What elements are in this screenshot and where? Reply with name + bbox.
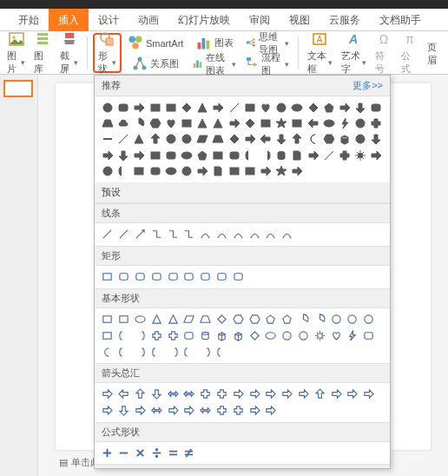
shape-item[interactable] (230, 227, 246, 242)
shape-item[interactable] (247, 387, 262, 402)
shape-item[interactable] (230, 403, 246, 419)
shape-item[interactable] (242, 148, 258, 163)
shape-item[interactable] (328, 312, 344, 327)
shape-item[interactable] (116, 387, 132, 402)
shape-item[interactable] (214, 327, 230, 343)
shape-item[interactable] (116, 344, 132, 360)
shape-item[interactable] (165, 269, 181, 285)
shape-item[interactable] (181, 446, 197, 461)
shape-item[interactable] (165, 344, 181, 360)
shape-item[interactable] (194, 148, 210, 163)
shape-item[interactable] (289, 131, 305, 147)
shape-item[interactable] (131, 116, 147, 131)
shape-item[interactable] (368, 100, 384, 116)
shape-item[interactable] (361, 327, 377, 343)
shape-item[interactable] (263, 327, 279, 343)
shape-item[interactable] (368, 131, 384, 147)
shape-item[interactable] (148, 163, 163, 179)
shape-item[interactable] (214, 269, 230, 285)
shape-item[interactable] (214, 227, 230, 242)
shape-item[interactable] (131, 148, 147, 163)
shape-item[interactable] (280, 387, 295, 402)
btn-textbox[interactable]: A 文本框 (304, 33, 336, 73)
shape-item[interactable] (198, 387, 214, 402)
shape-item[interactable] (133, 269, 148, 285)
shape-item[interactable] (305, 116, 320, 131)
shape-item[interactable] (227, 131, 242, 147)
shape-item[interactable] (165, 312, 181, 327)
shape-item[interactable] (289, 163, 305, 179)
shape-item[interactable] (100, 116, 115, 131)
shape-item[interactable] (242, 116, 258, 131)
shape-item[interactable] (230, 387, 246, 402)
shape-item[interactable] (179, 100, 194, 116)
shape-item[interactable] (181, 227, 197, 242)
shape-item[interactable] (198, 327, 214, 343)
shape-item[interactable] (305, 100, 320, 116)
shape-item[interactable] (210, 100, 226, 116)
link-more[interactable]: 更多>> (352, 79, 383, 92)
shape-item[interactable] (337, 100, 352, 116)
shape-item[interactable] (148, 148, 163, 163)
shape-item[interactable] (148, 312, 164, 327)
shape-item[interactable] (100, 327, 115, 343)
shape-item[interactable] (258, 163, 273, 179)
shape-item[interactable] (100, 387, 115, 402)
shape-item[interactable] (289, 148, 305, 163)
shape-item[interactable] (230, 327, 246, 343)
shape-item[interactable] (263, 387, 279, 402)
shape-item[interactable] (100, 344, 115, 360)
shape-item[interactable] (148, 116, 163, 131)
shape-item[interactable] (352, 116, 368, 131)
shape-item[interactable] (115, 116, 131, 131)
shape-item[interactable] (194, 100, 210, 116)
shape-item[interactable] (321, 100, 337, 116)
btn-flowchart[interactable]: 流程图 (241, 54, 293, 73)
shape-item[interactable] (148, 344, 164, 360)
shape-item[interactable] (165, 403, 181, 419)
shape-item[interactable] (148, 227, 164, 242)
shape-item[interactable] (179, 131, 194, 147)
shape-item[interactable] (273, 100, 289, 116)
shape-item[interactable] (214, 344, 230, 360)
shape-item[interactable] (131, 131, 147, 147)
shape-item[interactable] (328, 327, 344, 343)
shape-item[interactable] (131, 163, 147, 179)
shape-item[interactable] (116, 269, 132, 285)
shape-item[interactable] (296, 327, 312, 343)
tab-slideshow[interactable]: 幻灯片放映 (168, 9, 240, 31)
shape-item[interactable] (345, 327, 360, 343)
shape-item[interactable] (337, 131, 352, 147)
shape-item[interactable] (181, 327, 197, 343)
shape-item[interactable] (305, 131, 320, 147)
shape-item[interactable] (100, 312, 115, 327)
shape-item[interactable] (133, 387, 148, 402)
shape-item[interactable] (163, 100, 179, 116)
shape-item[interactable] (100, 100, 115, 116)
shape-item[interactable] (100, 403, 115, 419)
shape-item[interactable] (133, 327, 148, 343)
shape-item[interactable] (227, 163, 242, 179)
shape-item[interactable] (352, 100, 368, 116)
shape-item[interactable] (263, 312, 279, 327)
btn-chart[interactable]: 图表 (188, 33, 240, 52)
tab-review[interactable]: 审阅 (240, 9, 280, 31)
shape-item[interactable] (273, 148, 289, 163)
shape-item[interactable] (100, 227, 115, 242)
shape-item[interactable] (242, 163, 258, 179)
tab-cloud[interactable]: 云服务 (320, 9, 370, 31)
shape-item[interactable] (210, 131, 226, 147)
btn-shapes[interactable]: 形状 (93, 33, 122, 73)
shape-item[interactable] (133, 312, 148, 327)
shape-item[interactable] (100, 131, 115, 147)
shape-item[interactable] (337, 116, 352, 131)
shape-item[interactable] (328, 387, 344, 402)
shape-item[interactable] (198, 227, 214, 242)
shape-item[interactable] (194, 131, 210, 147)
shape-item[interactable] (179, 116, 194, 131)
shape-item[interactable] (230, 312, 246, 327)
shape-item[interactable] (312, 387, 327, 402)
shape-item[interactable] (148, 327, 164, 343)
btn-image[interactable]: 图片 (3, 33, 29, 73)
shape-item[interactable] (148, 269, 164, 285)
